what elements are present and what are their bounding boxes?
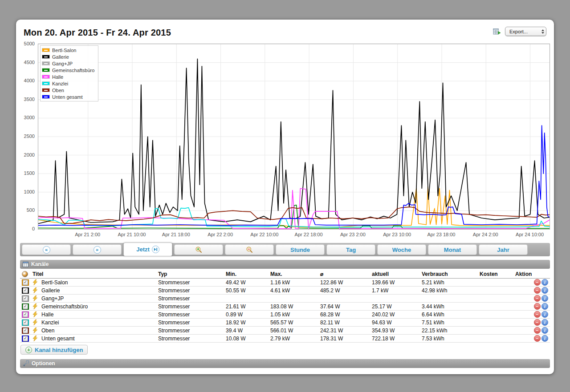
x-axis-label: Apr 24 10:00 [516,232,544,237]
wrench-icon [23,360,29,367]
legend-swatch [42,88,50,92]
jetzt-label: Jetzt [136,246,150,253]
channel-visibility-checkbox[interactable]: ✓ [22,335,29,342]
channel-info-button[interactable]: i [542,295,548,302]
channel-type: Strommesser [156,287,224,295]
channel-title[interactable]: Gallerie [41,287,60,294]
x-axis-label: Apr 23 2:00 [340,232,366,237]
remove-channel-button[interactable]: − [534,319,541,326]
legend-swatch [42,68,50,72]
channel-min: 50.55 W [224,287,269,295]
page-header: Mon 20. Apr 2015 - Fr 24. Apr 2015 Expor… [20,22,550,44]
channel-current: 240.02 W [370,311,420,319]
channel-min: 21.61 W [224,303,269,311]
remove-channel-button[interactable]: − [534,279,541,286]
channel-title[interactable]: Bertl-Salon [41,279,68,286]
channel-max [269,295,318,303]
range-button-stunde[interactable]: Stunde [276,244,325,255]
channel-title[interactable]: Halle [41,311,53,318]
channel-type: Strommesser [156,295,224,303]
remove-channel-button[interactable]: − [534,303,541,310]
remove-channel-button[interactable]: − [534,311,541,318]
page-title: Mon 20. Apr 2015 - Fr 24. Apr 2015 [24,28,171,38]
channel-info-button[interactable]: i [542,327,548,334]
zoom-in-button[interactable] [174,244,223,255]
add-channel-label: Kanal hinzufügen [35,347,83,353]
col-current: aktuell [370,270,420,279]
channel-cost [478,311,513,319]
range-button-monat[interactable]: Monat [428,244,477,255]
legend-label: Bertl-Salon [52,48,76,53]
legend-label: Gallerie [52,54,69,60]
channel-title[interactable]: Unten gesamt [41,335,75,342]
channel-visibility-checkbox[interactable]: ✓ [22,327,29,334]
y-axis-label: 2000 [24,152,35,158]
channel-visibility-checkbox[interactable]: ✓ [22,319,29,326]
add-channel-button[interactable]: + Kanal hinzufügen [20,345,88,355]
bolt-icon [33,303,38,309]
channel-title[interactable]: Oben [41,327,54,334]
channel-visibility-checkbox[interactable]: ✓ [22,287,29,294]
chart-canvas [38,44,550,229]
bolt-icon [33,287,38,293]
channel-info-button[interactable]: i [542,279,548,286]
legend-item: Halle [42,73,94,80]
channel-cost [478,295,513,303]
channel-visibility-checkbox[interactable]: ✓ [22,295,29,302]
range-button-jahr[interactable]: Jahr [479,244,528,255]
next-button[interactable]: » [73,244,122,255]
x-axis-label: Apr 21 2:00 [75,232,100,237]
channel-title[interactable]: Gang+JP [41,295,64,302]
range-button-tag[interactable]: Tag [326,244,375,255]
channel-title[interactable]: Kanzlei [41,319,59,326]
plot-area[interactable]: Bertl-SalonGallerieGang+JPGemeinschaftsb… [38,44,550,230]
table-export-icon[interactable] [493,28,501,35]
channel-info-button[interactable]: i [542,335,548,342]
channel-min: 0.89 W [224,311,269,319]
channel-consumption [420,295,478,303]
channel-info-button[interactable]: i [542,287,548,294]
channel-current: 354.93 W [370,327,420,335]
remove-channel-button[interactable]: − [534,335,541,342]
x-axis-label: Apr 21 18:00 [162,232,190,237]
remove-channel-button[interactable]: − [534,287,541,294]
channel-max: 183.08 W [269,303,318,311]
app-window: Mon 20. Apr 2015 - Fr 24. Apr 2015 Expor… [16,20,554,374]
channel-visibility-checkbox[interactable]: ✓ [22,303,29,310]
range-button-woche[interactable]: Woche [377,244,426,255]
remove-channel-button[interactable]: − [534,295,541,302]
channel-consumption: 42.98 kWh [420,287,478,295]
legend-label: Unten gesamt [52,94,82,100]
channel-visibility-checkbox[interactable]: ✓ [22,279,29,286]
x-axis-label: Apr 22 2:00 [208,232,233,237]
x-axis-label: Apr 24 2:00 [473,232,498,237]
visibility-eye-icon[interactable] [22,271,28,277]
legend-item: Unten gesamt [42,93,94,100]
legend-item: Oben [42,87,94,93]
channel-max: 2.79 kW [269,335,318,343]
channel-consumption: 3.44 kWh [420,303,478,311]
channel-type: Strommesser [156,311,224,319]
export-area: Export... [493,27,546,36]
y-axis-label: 4000 [24,78,35,83]
channels-header[interactable]: Kanäle [20,260,550,269]
channel-visibility-checkbox[interactable]: ✓ [22,311,29,318]
channel-type: Strommesser [156,327,224,335]
y-axis-label: 500 [27,207,35,213]
zoom-out-button[interactable] [225,244,274,255]
table-row: ✓Bertl-SalonStrommesser49.42 W1.16 kW122… [20,279,550,287]
jetzt-button[interactable]: Jetzt [123,242,172,256]
export-select[interactable]: Export... [505,27,546,36]
channel-info-button[interactable]: i [542,319,548,326]
channel-title[interactable]: Gemeinschaftsbüro [41,303,88,310]
table-row: ✓GemeinschaftsbüroStrommesser21.61 W183.… [20,303,550,311]
remove-channel-button[interactable]: − [534,327,541,334]
prev-button[interactable]: « [22,244,71,255]
chart: 0500100015002000250030003500400045005000… [20,44,550,230]
channel-info-button[interactable]: i [542,303,548,310]
options-header[interactable]: Optionen [20,359,550,368]
channel-info-button[interactable]: i [542,311,548,318]
y-axis-label: 4500 [24,60,35,65]
x-axis: Apr 21 2:00Apr 21 10:00Apr 21 18:00Apr 2… [20,230,550,239]
channel-consumption: 22.15 kWh [420,327,478,335]
